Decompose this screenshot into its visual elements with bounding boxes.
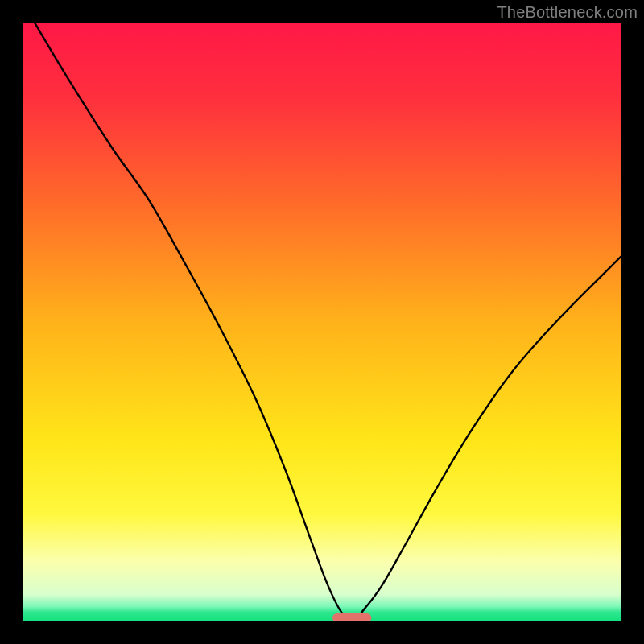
watermark: TheBottleneck.com <box>497 3 638 22</box>
gradient-background <box>23 23 621 621</box>
optimal-marker <box>332 613 371 621</box>
chart-frame <box>23 23 621 621</box>
bottleneck-chart <box>23 23 621 621</box>
